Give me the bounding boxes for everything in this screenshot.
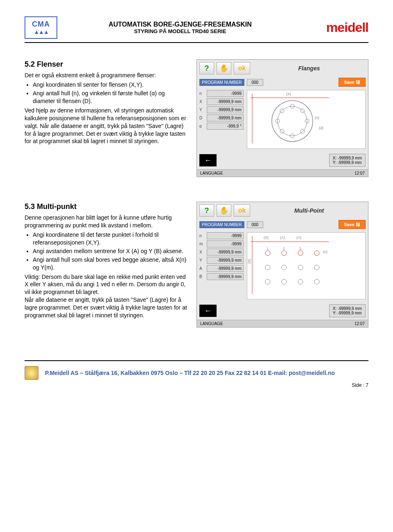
svg-point-22 bbox=[265, 251, 270, 256]
input-x[interactable]: -99999,9 mm bbox=[207, 249, 244, 256]
input-label-m: m bbox=[199, 242, 205, 246]
page-header: CMA ▲▲▲ AUTOMATISK BORE-GJENGE-FRESEMASK… bbox=[25, 16, 368, 43]
svg-text:3: 3 bbox=[299, 247, 301, 251]
input-label-b: B bbox=[199, 274, 205, 279]
svg-point-31 bbox=[282, 279, 287, 284]
page-footer: P.Meidell AS – Stålfjæra 16, Kalbakken 0… bbox=[25, 360, 368, 380]
svg-point-32 bbox=[298, 279, 303, 284]
section2-bullet: Angi koordinatene til det første punktet… bbox=[33, 231, 188, 247]
svg-text:(A): (A) bbox=[280, 236, 285, 240]
input-label-d: D bbox=[199, 116, 205, 120]
svg-text:(n): (n) bbox=[315, 116, 319, 120]
coord-x: X: -99999,9 mm bbox=[333, 306, 362, 311]
input-d[interactable]: -99999,9 mm bbox=[207, 114, 244, 121]
input-label-n: n bbox=[199, 91, 205, 96]
header-subtitle: STYRING PÅ MODELL TRD40 SERIE bbox=[57, 28, 303, 34]
input-y[interactable]: -99999,9 mm bbox=[207, 257, 244, 264]
svg-point-27 bbox=[282, 265, 287, 270]
svg-point-28 bbox=[298, 265, 303, 270]
svg-point-23 bbox=[282, 251, 287, 256]
svg-point-10 bbox=[280, 109, 284, 113]
svg-point-24 bbox=[298, 251, 303, 256]
input-label-alpha: α bbox=[199, 124, 205, 128]
multipoint-diagram: (X) (A) (A) (n) (B) bbox=[247, 232, 366, 299]
cma-logo-text: CMA bbox=[32, 20, 50, 29]
back-arrow-button[interactable]: ← bbox=[199, 305, 217, 317]
svg-point-33 bbox=[314, 279, 319, 284]
footer-contact: P.Meidell AS – Stålfjæra 16, Kalbakken 0… bbox=[45, 370, 368, 376]
svg-text:(X): (X) bbox=[286, 92, 291, 96]
ok-button[interactable]: ok bbox=[234, 62, 250, 74]
section1-bullet: Angi antall hull (n), og vinkelen til fø… bbox=[33, 90, 188, 105]
help-button[interactable]: ? bbox=[199, 62, 214, 74]
coord-readout: X: -99999,9 mm Y: -99999,9 mm bbox=[329, 304, 366, 317]
coord-y: Y: -99999,9 mm bbox=[333, 160, 362, 165]
input-label-x: X bbox=[199, 99, 205, 104]
section1-heading: 5.2 Flenser bbox=[25, 59, 188, 69]
language-label[interactable]: LANGUAGE bbox=[200, 321, 223, 326]
svg-point-30 bbox=[265, 279, 270, 284]
section2-intro: Denne operasjonen har blitt laget for å … bbox=[25, 214, 188, 229]
input-b[interactable]: -99999,9 mm bbox=[207, 273, 244, 280]
input-label-y: Y bbox=[199, 108, 205, 112]
help-button[interactable]: ? bbox=[199, 204, 214, 217]
program-number-label: PROGRAM NUMBER bbox=[199, 79, 244, 86]
svg-text:1: 1 bbox=[267, 247, 269, 251]
section1-bullet: Angi koordinaten til senter for flensen … bbox=[33, 81, 188, 89]
input-alpha[interactable]: -999,9 ° bbox=[207, 123, 244, 130]
input-y[interactable]: -99999,9 mm bbox=[207, 106, 244, 113]
hmi-title: Flanges bbox=[253, 65, 366, 72]
svg-text:(A): (A) bbox=[296, 236, 301, 240]
svg-point-8 bbox=[300, 109, 305, 113]
program-number-value[interactable]: 000 bbox=[247, 221, 263, 228]
clock: 12:07 bbox=[355, 321, 365, 326]
save-button[interactable]: Save 🖫 bbox=[339, 220, 366, 229]
svg-point-29 bbox=[314, 265, 319, 270]
svg-point-2 bbox=[272, 101, 313, 141]
language-label[interactable]: LANGUAGE bbox=[200, 171, 223, 175]
svg-point-9 bbox=[300, 129, 305, 133]
coord-x: X: -99999,9 mm bbox=[333, 156, 362, 160]
svg-point-25 bbox=[314, 251, 319, 256]
section1-intro: Det er også ekstremt enkelt å programmer… bbox=[25, 72, 188, 79]
svg-point-3 bbox=[278, 106, 307, 136]
meidell-logo: meidell bbox=[303, 20, 368, 35]
page-number: Side : 7 bbox=[25, 382, 368, 388]
svg-point-11 bbox=[280, 129, 284, 133]
hand-button[interactable]: ✋ bbox=[217, 62, 231, 74]
input-x[interactable]: -99999,9 mm bbox=[207, 98, 244, 105]
hand-button[interactable]: ✋ bbox=[217, 204, 231, 217]
hmi-panel-flanges: ? ✋ ok Flanges PROGRAM NUMBER 000 Save 🖫… bbox=[196, 59, 368, 177]
input-a[interactable]: -99999,9 mm bbox=[207, 265, 244, 272]
svg-text:(d): (d) bbox=[319, 126, 323, 130]
coord-y: Y: -99999,9 mm bbox=[333, 311, 362, 315]
section1-para: Ved hjelp av denne informasjonen, vil st… bbox=[25, 107, 188, 145]
save-button[interactable]: Save 🖫 bbox=[339, 78, 366, 87]
input-n[interactable]: -9999 bbox=[207, 90, 244, 97]
input-m[interactable]: -9999 bbox=[207, 240, 244, 247]
program-number-value[interactable]: 000 bbox=[247, 79, 263, 86]
disk-icon: 🖫 bbox=[356, 80, 360, 85]
svg-point-26 bbox=[265, 265, 270, 270]
hmi-title: Multi-Point bbox=[253, 207, 366, 214]
input-n[interactable]: -9999 bbox=[207, 232, 244, 239]
header-title: AUTOMATISK BORE-GJENGE-FRESEMASKIN bbox=[57, 21, 303, 28]
section2-bullet: Angi avstanden mellom sentrene for X (A)… bbox=[33, 247, 188, 255]
back-arrow-button[interactable]: ← bbox=[199, 154, 217, 166]
input-label-a: A bbox=[199, 266, 205, 271]
svg-text:(X): (X) bbox=[264, 236, 269, 240]
flange-diagram-svg: (X) (n) (d) bbox=[247, 90, 365, 148]
footer-badge-icon bbox=[25, 366, 38, 380]
clock: 12:07 bbox=[355, 171, 365, 175]
section-multipunkt: 5.3 Multi-punkt Denne operasjonen har bl… bbox=[25, 202, 368, 328]
flange-diagram: (X) (n) (d) bbox=[247, 90, 366, 149]
svg-text:2: 2 bbox=[283, 247, 285, 251]
section2-bullet: Angi antall hull som skal bores ved begg… bbox=[33, 256, 188, 272]
input-label-x: X bbox=[199, 250, 205, 254]
cma-logo: CMA ▲▲▲ bbox=[25, 16, 57, 39]
ok-button[interactable]: ok bbox=[234, 204, 250, 217]
svg-text:(B): (B) bbox=[247, 259, 251, 264]
input-label-n: n bbox=[199, 233, 205, 238]
program-number-label: PROGRAM NUMBER bbox=[199, 221, 244, 228]
coord-readout: X: -99999,9 mm Y: -99999,9 mm bbox=[329, 154, 366, 167]
